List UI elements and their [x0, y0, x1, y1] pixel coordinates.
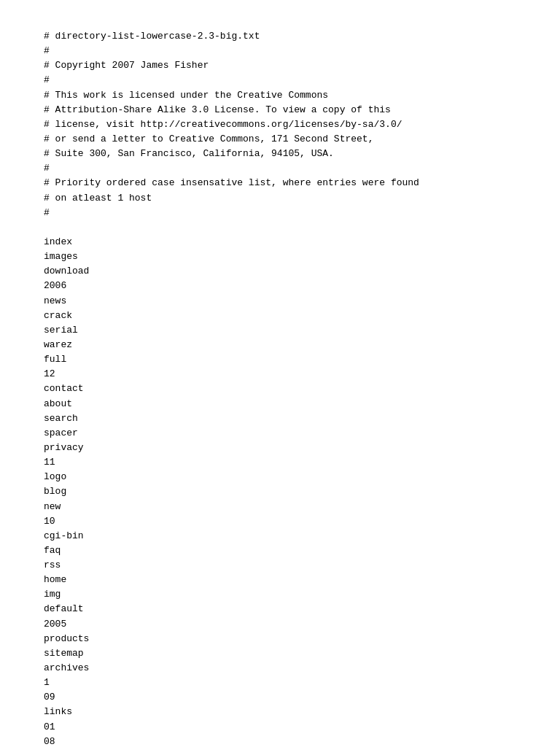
file-content: # directory-list-lowercase-2.3-big.txt #…	[44, 29, 516, 747]
